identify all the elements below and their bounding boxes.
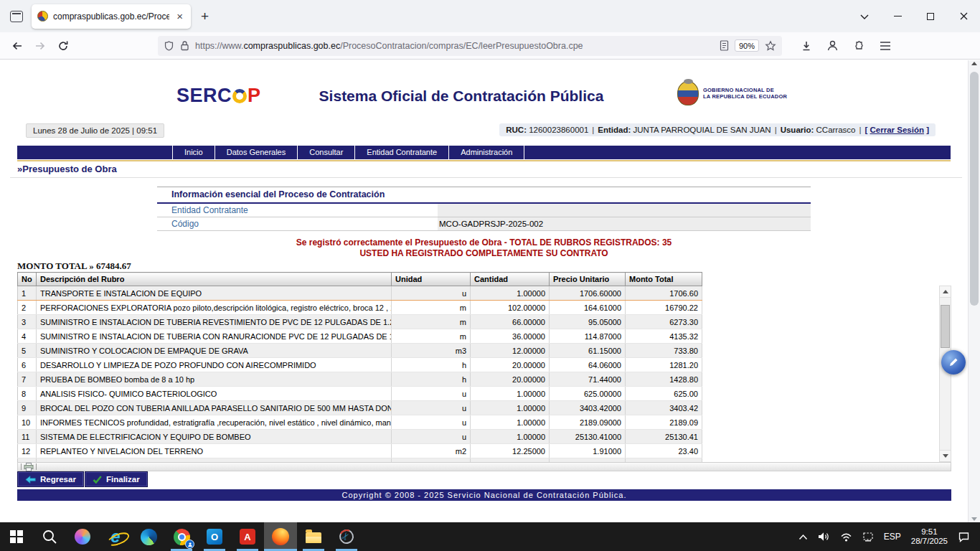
tab-title: compraspublicas.gob.ec/Proce — [53, 11, 169, 22]
info-value: MCO-GADPRSJP-2025-002 — [438, 217, 811, 230]
hidden-icons-chevron-icon[interactable] — [798, 534, 808, 540]
browser-scrollbar[interactable] — [968, 60, 980, 522]
table-row: 2PERFORACIONES EXPLORATORIA pozo piloto,… — [18, 301, 702, 315]
site-footer: Copyright © 2008 - 2025 Servicio Naciona… — [17, 489, 951, 501]
divider — [10, 177, 962, 178]
nav-item-entidad-contratante[interactable]: Entidad Contratante — [355, 146, 449, 159]
reader-mode-icon[interactable] — [720, 40, 729, 51]
copilot-icon — [75, 529, 90, 545]
scroll-up-arrow-icon[interactable] — [940, 286, 951, 298]
page-title: Sistema Oficial de Contratación Pública — [250, 88, 673, 105]
edge-icon — [141, 529, 157, 545]
info-row: Entidad Contratante — [157, 204, 811, 217]
connect-display-icon[interactable] — [862, 532, 874, 542]
finalizar-button[interactable]: Finalizar — [85, 471, 148, 487]
system-tray: ESP 9:51 28/7/2025 — [798, 522, 980, 551]
forward-icon[interactable] — [29, 40, 52, 52]
floating-widget[interactable] — [941, 350, 966, 375]
bookmark-star-icon[interactable] — [765, 40, 776, 52]
taskbar-snipping-tool[interactable]: ✂ — [330, 522, 363, 551]
lock-icon — [180, 40, 189, 51]
browser-scrollbar-thumb[interactable] — [970, 72, 979, 306]
info-row: Código MCO-GADPRSJP-2025-002 — [157, 217, 811, 231]
url-bar[interactable]: https://www.compraspublicas.gob.ec/Proce… — [158, 36, 782, 56]
table-row: 8ANALISIS FISICO- QUIMICO BACTERIOLOGICO… — [18, 387, 702, 401]
nav-item-administracion[interactable]: Administración — [449, 146, 524, 159]
new-tab-button[interactable]: + — [201, 9, 209, 24]
clock[interactable]: 9:51 28/7/2025 — [911, 527, 948, 547]
table-row: 3SUMINISTRO E INSTALACION DE TUBERIA REV… — [18, 315, 702, 329]
browser-tab[interactable]: compraspublicas.gob.ec/Proce × — [32, 4, 191, 29]
table-scrollbar-thumb[interactable] — [941, 305, 950, 348]
pen-icon — [948, 357, 959, 368]
check-icon — [93, 476, 102, 484]
table-row: 9BROCAL DEL POZO CON TUBERIA ANILLADA PA… — [18, 401, 702, 415]
taskbar-internet-explorer[interactable]: e — [99, 522, 132, 551]
firefox-view-icon[interactable] — [10, 11, 23, 22]
zoom-level-badge[interactable]: 90% — [735, 39, 759, 52]
taskbar-firefox[interactable] — [264, 522, 297, 551]
taskbar-acrobat[interactable]: A — [231, 522, 264, 551]
reload-icon[interactable] — [52, 40, 75, 52]
table-row: 4SUMINISTRO E INSTALACION DE TUBERIA CON… — [18, 329, 702, 344]
budget-table-container: No Descripción del Rubro Unidad Cantidad… — [17, 272, 703, 462]
language-indicator[interactable]: ESP — [884, 532, 901, 542]
nav-items: InicioDatos GeneralesConsultarEntidad Co… — [172, 146, 524, 159]
print-icon[interactable] — [24, 463, 34, 471]
sercop-o-icon — [232, 89, 247, 103]
snipping-tool-icon: ✂ — [337, 527, 355, 545]
breadcrumb-title: »Presupuesto de Obra — [17, 164, 117, 174]
taskbar-file-explorer[interactable] — [297, 522, 330, 551]
taskbar-outlook[interactable]: O — [198, 522, 231, 551]
datetime-label: Lunes 28 de Julio de 2025 | 09:51 — [26, 123, 164, 138]
account-icon[interactable] — [826, 39, 839, 52]
taskbar-copilot[interactable] — [66, 522, 99, 551]
taskbar-edge[interactable] — [132, 522, 165, 551]
minimize-button[interactable] — [881, 0, 914, 32]
ecuador-emblem-icon — [677, 81, 699, 105]
table-row: 12REPLANTEO Y NIVELACION DEL TERRENOm212… — [18, 444, 702, 458]
wifi-icon[interactable] — [840, 532, 852, 542]
info-section-title: Información esencial del Proceso de Cont… — [157, 187, 811, 204]
firefox-icon — [272, 528, 289, 545]
maximize-button[interactable] — [914, 0, 947, 32]
downloads-icon[interactable] — [801, 40, 812, 52]
regresar-button[interactable]: Regresar — [17, 471, 84, 487]
outlook-icon: O — [207, 529, 222, 545]
page-content: SERCP Sistema Oficial de Contratación Pú… — [0, 60, 980, 522]
site-favicon-icon — [37, 11, 48, 22]
internet-explorer-icon: e — [110, 529, 120, 545]
page-scroll-down-icon[interactable] — [969, 517, 980, 521]
menu-icon[interactable] — [880, 41, 891, 51]
table-row: 6DESARROLLO Y LIMPIEZA DE POZO PROFUNDO … — [18, 358, 702, 372]
volume-icon[interactable] — [818, 532, 830, 542]
list-tabs-chevron-icon[interactable] — [848, 0, 881, 32]
logout-link[interactable]: [ Cerrar Sesión ] — [865, 126, 930, 134]
table-row: 11SISTEMA DE ELECTRIFICACION Y EQUIPO DE… — [18, 430, 702, 444]
scroll-down-arrow-icon[interactable] — [940, 450, 951, 461]
sercop-logo: SERCP — [176, 85, 261, 107]
page-scroll-up-icon[interactable] — [969, 62, 980, 65]
taskbar-chrome[interactable] — [165, 522, 198, 551]
search-icon — [42, 529, 57, 545]
nav-item-datos-generales[interactable]: Datos Generales — [215, 146, 298, 159]
nav-item-inicio[interactable]: Inicio — [172, 146, 215, 159]
back-icon[interactable] — [6, 40, 29, 52]
url-text: https://www.compraspublicas.gob.ec/Proce… — [195, 41, 714, 51]
browser-toolbar: https://www.compraspublicas.gob.ec/Proce… — [0, 32, 980, 60]
info-value — [438, 204, 811, 217]
start-button[interactable] — [0, 522, 33, 551]
table-row: 7PRUEBA DE BOMBEO bomba de 8 a 10 hph20.… — [18, 372, 702, 387]
search-button[interactable] — [33, 522, 66, 551]
extensions-icon[interactable] — [853, 39, 865, 52]
table-footer-bar — [17, 462, 951, 471]
tab-close-icon[interactable]: × — [174, 10, 185, 22]
action-center-icon[interactable] — [958, 532, 970, 542]
budget-table: No Descripción del Rubro Unidad Cantidad… — [17, 272, 702, 462]
nav-item-consultar[interactable]: Consultar — [298, 146, 355, 159]
total-amount-label: MONTO TOTAL » 67484.67 — [17, 260, 131, 272]
back-arrow-icon — [25, 476, 36, 484]
chrome-profile-badge — [185, 540, 194, 549]
close-button[interactable] — [947, 0, 980, 32]
budget-table-body: 1TRANSPORTE E INSTALACION DE EQUIPOu1.00… — [18, 286, 702, 463]
